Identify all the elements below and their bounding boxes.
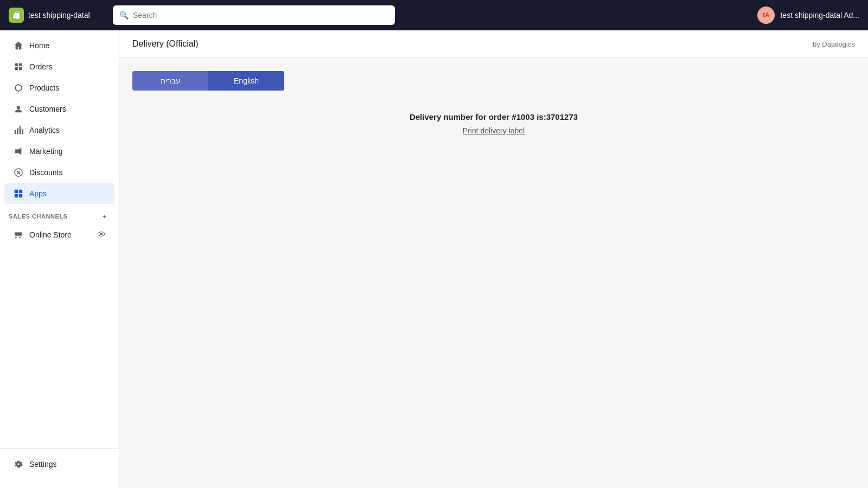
- svg-rect-9: [22, 129, 23, 134]
- top-nav-right: tA test shipping-datal Ad...: [757, 7, 859, 24]
- sidebar: Home Orders Products Cu: [0, 30, 119, 488]
- app-page-header: Delivery (Official) by Datalogics: [119, 30, 868, 58]
- orders-icon: [13, 61, 24, 72]
- apps-icon: [13, 188, 24, 199]
- discounts-icon: [13, 167, 24, 178]
- marketing-icon: [13, 146, 24, 157]
- store-name-top: test shipping-datal: [28, 11, 90, 20]
- hebrew-language-button[interactable]: עברית: [132, 71, 208, 91]
- svg-rect-7: [17, 128, 18, 134]
- products-icon: [13, 82, 24, 93]
- app-content: עברית English Delivery number for order …: [119, 58, 868, 149]
- delivery-number-text: Delivery number for order #1003 is:37012…: [132, 112, 855, 121]
- print-delivery-label-link[interactable]: Print delivery label: [463, 126, 525, 135]
- sidebar-item-online-store[interactable]: Online Store 👁: [4, 224, 114, 245]
- top-navigation: test shipping-datal 🔍 tA test shipping-d…: [0, 0, 868, 30]
- app-page-title: Delivery (Official): [132, 39, 199, 49]
- sidebar-item-analytics[interactable]: Analytics: [4, 120, 114, 140]
- svg-rect-13: [19, 194, 22, 197]
- svg-rect-3: [15, 67, 18, 70]
- store-name-header: test shipping-datal Ad...: [780, 11, 859, 20]
- add-sales-channel-button[interactable]: ＋: [99, 211, 110, 222]
- avatar[interactable]: tA: [757, 7, 775, 24]
- svg-rect-1: [15, 63, 18, 66]
- main-layout: Home Orders Products Cu: [0, 30, 868, 488]
- app-page-by: by Datalogics: [813, 40, 855, 48]
- svg-rect-8: [20, 126, 21, 134]
- settings-icon: [13, 459, 24, 470]
- svg-rect-11: [19, 190, 22, 193]
- svg-rect-4: [19, 67, 22, 70]
- search-bar[interactable]: 🔍: [113, 5, 395, 25]
- store-icon: [13, 229, 24, 240]
- sidebar-footer: Settings: [0, 448, 119, 479]
- sidebar-item-orders[interactable]: Orders: [4, 56, 114, 77]
- language-buttons: עברית English: [132, 71, 855, 91]
- sidebar-nav: Home Orders Products Cu: [0, 30, 119, 448]
- customers-icon: [13, 104, 24, 114]
- brand-logo[interactable]: test shipping-datal: [9, 8, 106, 23]
- analytics-icon: [13, 125, 24, 136]
- online-store-eye-icon[interactable]: 👁: [97, 230, 106, 240]
- sidebar-item-marketing[interactable]: Marketing: [4, 141, 114, 162]
- english-language-button[interactable]: English: [208, 71, 284, 91]
- sidebar-item-home[interactable]: Home: [4, 35, 114, 56]
- sales-channels-section: SALES CHANNELS ＋: [0, 204, 119, 224]
- svg-rect-10: [15, 190, 18, 193]
- sidebar-item-customers[interactable]: Customers: [4, 99, 114, 119]
- sidebar-item-discounts[interactable]: Discounts: [4, 162, 114, 183]
- search-input[interactable]: [133, 11, 388, 20]
- svg-rect-2: [19, 63, 22, 66]
- sidebar-item-settings[interactable]: Settings: [4, 454, 114, 474]
- home-icon: [13, 40, 24, 51]
- delivery-info: Delivery number for order #1003 is:37012…: [132, 112, 855, 136]
- sidebar-item-products[interactable]: Products: [4, 78, 114, 98]
- search-icon: 🔍: [119, 11, 129, 20]
- sidebar-item-apps[interactable]: Apps: [4, 183, 114, 204]
- main-content: Delivery (Official) by Datalogics עברית …: [119, 30, 868, 488]
- svg-rect-12: [15, 194, 18, 197]
- svg-point-5: [17, 106, 20, 109]
- svg-rect-6: [15, 130, 16, 134]
